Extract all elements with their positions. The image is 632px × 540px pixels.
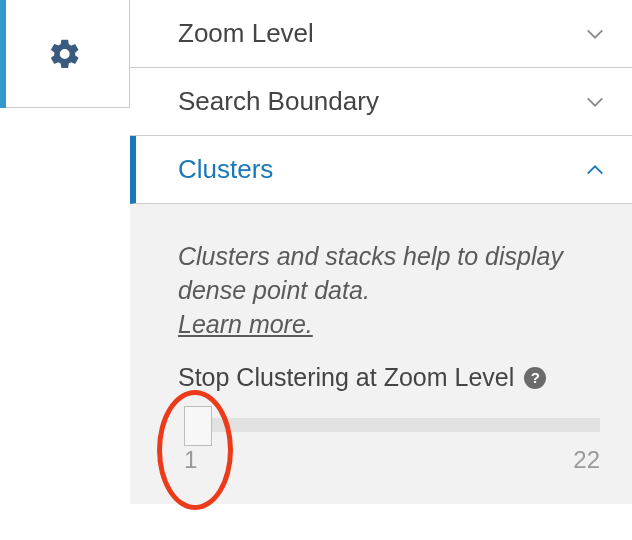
settings-panel: Zoom Level Search Boundary Clusters Clus… bbox=[130, 0, 632, 504]
gear-icon bbox=[48, 37, 82, 71]
help-icon[interactable]: ? bbox=[524, 367, 546, 389]
accordion-label: Search Boundary bbox=[178, 86, 379, 117]
chevron-down-icon bbox=[584, 23, 606, 45]
slider-max: 22 bbox=[573, 446, 600, 474]
chevron-up-icon bbox=[584, 159, 606, 181]
accordion-clusters[interactable]: Clusters bbox=[130, 136, 632, 204]
slider-thumb[interactable] bbox=[184, 406, 212, 446]
clusters-hint: Clusters and stacks help to display dens… bbox=[178, 240, 606, 341]
active-tab-indicator bbox=[0, 0, 6, 108]
settings-sidebar-tab[interactable] bbox=[0, 0, 130, 108]
zoom-level-slider[interactable]: 1 22 bbox=[178, 418, 606, 474]
clusters-panel-body: Clusters and stacks help to display dens… bbox=[130, 204, 632, 504]
chevron-down-icon bbox=[584, 91, 606, 113]
slider-range-labels: 1 22 bbox=[184, 446, 600, 474]
stop-clustering-label-row: Stop Clustering at Zoom Level ? bbox=[178, 363, 606, 392]
stop-clustering-label: Stop Clustering at Zoom Level bbox=[178, 363, 514, 392]
accordion-search-boundary[interactable]: Search Boundary bbox=[130, 68, 632, 136]
slider-min: 1 bbox=[184, 446, 197, 474]
slider-track[interactable] bbox=[184, 418, 600, 432]
accordion-zoom-level[interactable]: Zoom Level bbox=[130, 0, 632, 68]
accordion-label: Clusters bbox=[178, 154, 273, 185]
learn-more-link[interactable]: Learn more. bbox=[178, 310, 313, 338]
hint-text: Clusters and stacks help to display dens… bbox=[178, 242, 563, 304]
accordion-label: Zoom Level bbox=[178, 18, 314, 49]
